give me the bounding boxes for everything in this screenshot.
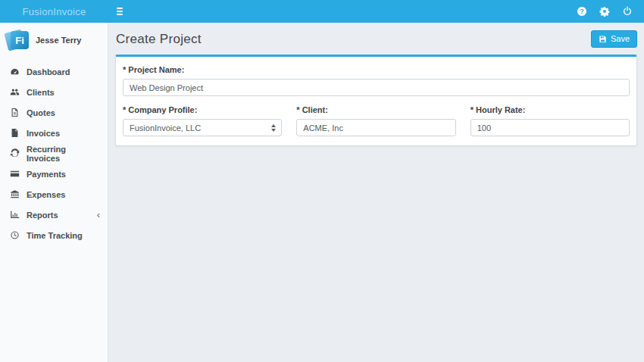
brand-logo-text[interactable]: FusionInvoice bbox=[0, 6, 108, 17]
save-button[interactable]: Save bbox=[591, 30, 637, 48]
sidebar-item-recurring-invoices[interactable]: Recurring Invoices bbox=[0, 143, 108, 164]
clock-icon bbox=[10, 230, 20, 240]
user-profile: Fi Jesse Terry bbox=[0, 23, 108, 61]
hourly-rate-field-group: * Hourly Rate: bbox=[470, 103, 630, 136]
sidebar-item-payments[interactable]: Payments bbox=[0, 164, 108, 184]
sidebar-item-time-tracking[interactable]: Time Tracking bbox=[0, 225, 108, 245]
sidebar-item-label: Payments bbox=[27, 170, 66, 179]
main-content: Create Project Save * Project Name: * Co… bbox=[108, 23, 644, 362]
company-profile-label: * Company Profile: bbox=[123, 105, 282, 114]
help-icon[interactable]: ? bbox=[577, 6, 587, 17]
chevron-left-icon: ‹ bbox=[97, 210, 100, 220]
form-row: * Company Profile: FusionInvoice, LLC * … bbox=[123, 103, 630, 136]
create-project-form-panel: * Project Name: * Company Profile: Fusio… bbox=[115, 55, 637, 146]
sidebar-item-quotes[interactable]: Quotes bbox=[0, 102, 108, 123]
hourly-rate-input[interactable] bbox=[470, 119, 630, 136]
company-profile-field-group: * Company Profile: FusionInvoice, LLC bbox=[123, 103, 282, 136]
sidebar-item-label: Clients bbox=[27, 88, 55, 97]
users-icon bbox=[10, 87, 20, 97]
chart-bar-icon bbox=[10, 210, 20, 220]
sidebar-menu: Dashboard Clients Quotes Invoices Recurr… bbox=[0, 61, 108, 245]
save-button-label: Save bbox=[611, 34, 630, 43]
bank-icon bbox=[10, 189, 20, 199]
sync-icon bbox=[10, 148, 20, 158]
gear-icon[interactable] bbox=[599, 6, 610, 17]
sidebar-item-label: Reports bbox=[27, 211, 58, 220]
power-icon[interactable] bbox=[622, 6, 633, 17]
sidebar-item-dashboard[interactable]: Dashboard bbox=[0, 61, 108, 82]
sidebar-item-label: Dashboard bbox=[27, 67, 70, 76]
sidebar-item-label: Invoices bbox=[27, 129, 60, 138]
project-name-field-group: * Project Name: bbox=[123, 65, 630, 96]
sidebar-item-label: Expenses bbox=[27, 190, 65, 199]
company-profile-select[interactable]: FusionInvoice, LLC bbox=[123, 119, 282, 136]
hamburger-menu-icon[interactable] bbox=[115, 5, 124, 18]
floppy-disk-icon bbox=[599, 35, 607, 43]
sidebar-item-expenses[interactable]: Expenses bbox=[0, 184, 108, 204]
topbar: FusionInvoice ? bbox=[0, 0, 644, 23]
fusioninvoice-app: FusionInvoice ? Fi Jesse Terry bbox=[0, 0, 644, 362]
hourly-rate-label: * Hourly Rate: bbox=[470, 105, 630, 114]
sidebar-item-label: Time Tracking bbox=[27, 231, 83, 240]
file-solid-icon bbox=[10, 128, 20, 138]
page-title: Create Project bbox=[116, 32, 202, 47]
sidebar-item-invoices[interactable]: Invoices bbox=[0, 123, 108, 143]
project-name-input[interactable] bbox=[123, 79, 630, 96]
sidebar-item-reports[interactable]: Reports ‹ bbox=[0, 204, 108, 225]
fusioninvoice-logo-icon: Fi bbox=[6, 29, 29, 51]
client-field-group: * Client: bbox=[296, 103, 455, 136]
client-label: * Client: bbox=[296, 105, 455, 114]
company-profile-selected-value: FusionInvoice, LLC bbox=[130, 123, 201, 133]
sidebar-item-label: Quotes bbox=[27, 108, 55, 117]
project-name-label: * Project Name: bbox=[123, 65, 630, 74]
content-header: Create Project Save bbox=[108, 23, 644, 55]
sidebar-item-clients[interactable]: Clients bbox=[0, 82, 108, 102]
sidebar-item-label: Recurring Invoices bbox=[27, 145, 100, 163]
credit-card-icon bbox=[10, 169, 20, 179]
client-input[interactable] bbox=[296, 119, 455, 136]
user-name: Jesse Terry bbox=[36, 36, 81, 45]
select-arrows-icon bbox=[271, 124, 276, 132]
file-outline-icon bbox=[10, 108, 20, 117]
topbar-actions: ? bbox=[577, 6, 644, 17]
sidebar: Fi Jesse Terry Dashboard Clients Quotes … bbox=[0, 23, 108, 362]
tachometer-icon bbox=[10, 67, 20, 76]
